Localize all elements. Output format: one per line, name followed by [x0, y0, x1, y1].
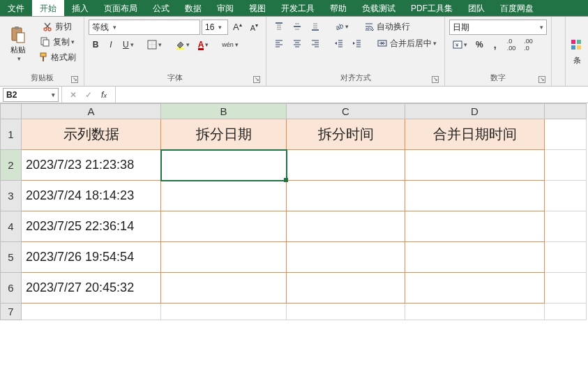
- row-header-6[interactable]: 6: [1, 273, 22, 304]
- copy-button[interactable]: 复制: [35, 35, 80, 49]
- row-header-7[interactable]: 7: [1, 304, 22, 320]
- cell-D4[interactable]: [405, 211, 545, 242]
- percent-style-button[interactable]: %: [472, 38, 487, 52]
- increase-decimal-button[interactable]: .0.00: [504, 38, 520, 52]
- cell-A4[interactable]: 2023/7/25 22:36:14: [22, 211, 161, 242]
- cell-C4[interactable]: [287, 211, 405, 242]
- paste-button[interactable]: 粘贴: [4, 20, 32, 68]
- comma-style-button[interactable]: ,: [488, 38, 502, 52]
- cell-C2[interactable]: [287, 150, 405, 181]
- wrap-text-button[interactable]: ab 自动换行: [361, 20, 414, 33]
- row-header-5[interactable]: 5: [1, 242, 22, 273]
- cell-E4[interactable]: [545, 211, 587, 242]
- cell-A5[interactable]: 2023/7/26 19:54:54: [22, 242, 161, 273]
- cell-D7[interactable]: [405, 304, 545, 320]
- align-right-button[interactable]: [307, 36, 324, 50]
- tab-baidu-netdisk[interactable]: 百度网盘: [492, 0, 541, 16]
- col-header-D[interactable]: D: [405, 104, 545, 119]
- tab-review[interactable]: 审阅: [209, 0, 241, 16]
- tab-data[interactable]: 数据: [177, 0, 209, 16]
- font-launcher[interactable]: ↘: [253, 76, 260, 83]
- cell-C3[interactable]: [287, 181, 405, 211]
- cell-E3[interactable]: [545, 181, 587, 211]
- font-name-select[interactable]: 等线▾: [89, 20, 200, 35]
- align-middle-button[interactable]: [289, 20, 306, 33]
- cell-E6[interactable]: [545, 273, 587, 304]
- format-painter-button[interactable]: 格式刷: [35, 50, 80, 64]
- borders-button[interactable]: [144, 38, 165, 52]
- increase-indent-button[interactable]: [349, 36, 365, 50]
- orientation-button[interactable]: ab: [331, 20, 352, 33]
- name-box[interactable]: B2▾: [3, 88, 59, 102]
- number-launcher[interactable]: ↘: [538, 76, 545, 83]
- cell-C5[interactable]: [287, 242, 405, 273]
- font-color-button[interactable]: A: [195, 38, 213, 52]
- cell-C1[interactable]: 拆分时间: [287, 119, 405, 150]
- cell-B2[interactable]: [161, 150, 287, 181]
- tab-load-test[interactable]: 负载测试: [354, 0, 403, 16]
- cell-D1[interactable]: 合并日期时间: [405, 119, 545, 150]
- cell-C7[interactable]: [287, 304, 405, 320]
- tab-file[interactable]: 文件: [0, 0, 32, 16]
- row-header-1[interactable]: 1: [1, 119, 22, 150]
- align-bottom-button[interactable]: [307, 20, 324, 33]
- tab-page-layout[interactable]: 页面布局: [96, 0, 145, 16]
- increase-font-button[interactable]: A▴: [229, 20, 246, 34]
- cell-B3[interactable]: [161, 181, 287, 211]
- col-header-E[interactable]: [545, 104, 587, 119]
- fill-color-button[interactable]: [172, 38, 193, 52]
- cell-D2[interactable]: [405, 150, 545, 181]
- merge-center-button[interactable]: 合并后居中: [374, 36, 440, 50]
- cell-D5[interactable]: [405, 242, 545, 273]
- tab-help[interactable]: 帮助: [322, 0, 354, 16]
- cell-E7[interactable]: [545, 304, 587, 320]
- alignment-launcher[interactable]: ↘: [432, 76, 439, 83]
- accounting-format-button[interactable]: ¥: [449, 38, 471, 52]
- cell-D6[interactable]: [405, 273, 545, 304]
- cell-E1[interactable]: [545, 119, 587, 150]
- cell-B6[interactable]: [161, 273, 287, 304]
- cell-D3[interactable]: [405, 181, 545, 211]
- col-header-C[interactable]: C: [287, 104, 405, 119]
- tab-team[interactable]: 团队: [460, 0, 492, 16]
- clipboard-launcher[interactable]: ↘: [71, 76, 78, 83]
- cell-A7[interactable]: [22, 304, 161, 320]
- worksheet-grid[interactable]: A B C D 1 示列数据 拆分日期 拆分时间 合并日期时间 2 2023/7…: [0, 103, 588, 367]
- conditional-format-button[interactable]: 条: [567, 27, 587, 76]
- row-header-4[interactable]: 4: [1, 211, 22, 242]
- col-header-B[interactable]: B: [161, 104, 287, 119]
- tab-insert[interactable]: 插入: [64, 0, 96, 16]
- row-header-2[interactable]: 2: [1, 150, 22, 181]
- tab-home[interactable]: 开始: [32, 0, 64, 16]
- tab-developer[interactable]: 开发工具: [273, 0, 322, 16]
- underline-button[interactable]: U: [119, 38, 137, 52]
- enter-formula-button[interactable]: ✓: [82, 88, 96, 102]
- cell-B5[interactable]: [161, 242, 287, 273]
- tab-formulas[interactable]: 公式: [145, 0, 177, 16]
- italic-button[interactable]: I: [104, 38, 118, 52]
- row-header-3[interactable]: 3: [1, 181, 22, 211]
- tab-pdf-tools[interactable]: PDF工具集: [403, 0, 460, 16]
- cell-C6[interactable]: [287, 273, 405, 304]
- cell-E2[interactable]: [545, 150, 587, 181]
- decrease-font-button[interactable]: A▾: [247, 20, 262, 34]
- number-format-select[interactable]: 日期▾: [449, 20, 547, 35]
- cell-B4[interactable]: [161, 211, 287, 242]
- select-all-corner[interactable]: [1, 104, 22, 119]
- cell-A3[interactable]: 2023/7/24 18:14:23: [22, 181, 161, 211]
- cell-A1[interactable]: 示列数据: [22, 119, 161, 150]
- cell-B7[interactable]: [161, 304, 287, 320]
- cancel-formula-button[interactable]: ✕: [66, 88, 80, 102]
- cell-B1[interactable]: 拆分日期: [161, 119, 287, 150]
- insert-function-button[interactable]: fx: [97, 88, 111, 102]
- formula-input[interactable]: [116, 88, 588, 102]
- phonetic-guide-button[interactable]: wén: [218, 38, 242, 52]
- bold-button[interactable]: B: [89, 38, 103, 52]
- col-header-A[interactable]: A: [22, 104, 161, 119]
- cell-E5[interactable]: [545, 242, 587, 273]
- align-center-button[interactable]: [289, 36, 306, 50]
- align-top-button[interactable]: [271, 20, 287, 33]
- decrease-decimal-button[interactable]: .00.0: [520, 38, 536, 52]
- tab-view[interactable]: 视图: [241, 0, 273, 16]
- decrease-indent-button[interactable]: [331, 36, 347, 50]
